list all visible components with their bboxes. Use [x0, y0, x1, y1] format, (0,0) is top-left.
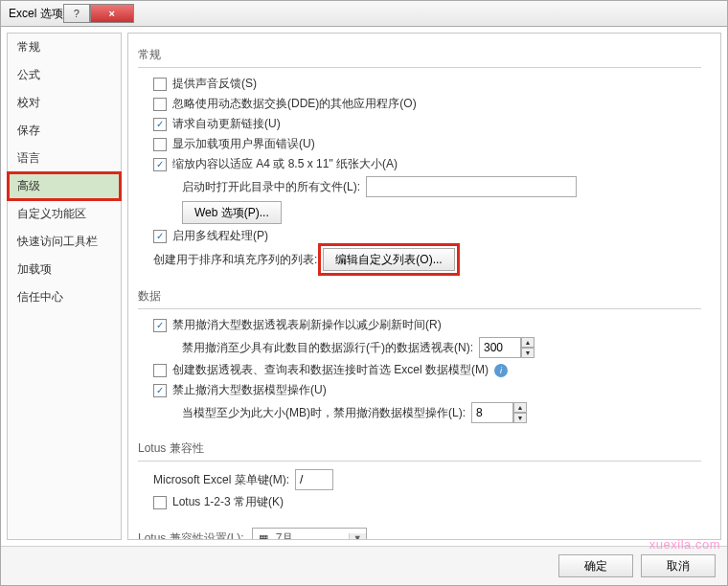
titlebar: Excel 选项 ? ×	[0, 0, 728, 27]
input-model-size[interactable]	[471, 402, 513, 423]
options-content: 常规 提供声音反馈(S) 忽略使用动态数据交换(DDE)的其他应用程序(O) 请…	[127, 33, 721, 540]
sidebar-item[interactable]: 校对	[8, 89, 121, 117]
label-auto-links: 请求自动更新链接(U)	[172, 116, 281, 132]
checkbox-multithread[interactable]	[153, 230, 167, 243]
label-custom-list: 创建用于排序和填充序列的列表:	[153, 252, 317, 268]
watermark: xuexila.com	[649, 537, 720, 552]
sidebar-item[interactable]: 快速访问工具栏	[8, 228, 121, 256]
web-options-button[interactable]: Web 选项(P)...	[182, 201, 282, 224]
info-icon[interactable]: i	[494, 364, 508, 377]
cancel-button[interactable]: 取消	[641, 554, 716, 577]
spinner-model-size[interactable]: ▲▼	[471, 402, 527, 423]
label-sound-feedback: 提供声音反馈(S)	[172, 76, 257, 92]
dropdown-lotus-sheet[interactable]: ▦ 7月 ▼	[252, 528, 367, 540]
checkbox-addin-errors[interactable]	[153, 138, 167, 151]
label-disable-undo-pivot: 禁用撤消大型数据透视表刷新操作以减少刷新时间(R)	[172, 317, 442, 333]
checkbox-scale-a4[interactable]	[153, 158, 167, 171]
checkbox-lotus-keys[interactable]	[153, 496, 167, 509]
input-menu-key[interactable]	[295, 469, 333, 490]
label-startup-path: 启动时打开此目录中的所有文件(L):	[182, 179, 360, 195]
label-menu-key: Microsoft Excel 菜单键(M):	[153, 472, 289, 488]
sidebar-item[interactable]: 自定义功能区	[8, 200, 121, 228]
sidebar-item[interactable]: 公式	[8, 61, 121, 89]
label-multithread: 启用多线程处理(P)	[172, 228, 268, 244]
sidebar-item[interactable]: 信任中心	[8, 283, 121, 311]
window-title: Excel 选项	[9, 6, 63, 22]
label-disable-undo-model: 禁止撤消大型数据模型操作(U)	[172, 382, 327, 398]
sidebar-item[interactable]: 语言	[8, 145, 121, 172]
spin-up-icon[interactable]: ▲	[513, 402, 527, 413]
label-ignore-dde: 忽略使用动态数据交换(DDE)的其他应用程序(O)	[172, 96, 417, 112]
category-sidebar: 常规公式校对保存语言高级自定义功能区快速访问工具栏加载项信任中心	[7, 33, 122, 540]
input-pivot-rows[interactable]	[479, 337, 521, 358]
label-model-size: 当模型至少为此大小(MB)时，禁用撤消数据模型操作(L):	[182, 405, 466, 421]
section-data: 数据	[138, 284, 701, 309]
checkbox-ignore-dde[interactable]	[153, 98, 167, 111]
checkbox-disable-undo-model[interactable]	[153, 384, 167, 397]
spin-down-icon[interactable]: ▼	[521, 348, 535, 358]
section-general: 常规	[138, 43, 701, 68]
label-addin-errors: 显示加载项用户界面错误(U)	[172, 136, 315, 152]
edit-custom-lists-button[interactable]: 编辑自定义列表(O)...	[323, 248, 454, 271]
label-lotus-keys: Lotus 1-2-3 常用键(K)	[172, 494, 284, 510]
checkbox-disable-undo-pivot[interactable]	[153, 319, 167, 332]
label-pivot-rows: 禁用撤消至少具有此数目的数据源行(千)的数据透视表(N):	[182, 340, 473, 356]
section-lotus-compat: Lotus 兼容性	[138, 437, 701, 462]
spinner-pivot-rows[interactable]: ▲▼	[479, 337, 535, 358]
checkbox-auto-links[interactable]	[153, 118, 167, 131]
label-scale-a4: 缩放内容以适应 A4 或 8.5 x 11" 纸张大小(A)	[172, 156, 398, 172]
help-button[interactable]: ?	[63, 4, 90, 23]
sidebar-item[interactable]: 常规	[8, 34, 121, 61]
dropdown-lotus-sheet-value: 7月	[270, 530, 349, 541]
sheet-icon: ▦	[253, 532, 270, 541]
sidebar-item[interactable]: 高级	[8, 172, 121, 200]
checkbox-prefer-datamodel[interactable]	[153, 364, 167, 377]
ok-button[interactable]: 确定	[558, 554, 633, 577]
close-button[interactable]: ×	[90, 4, 134, 23]
label-lotus-settings: Lotus 兼容性设置(L):	[138, 530, 244, 541]
spin-up-icon[interactable]: ▲	[521, 337, 535, 348]
dialog-footer: 确定 取消	[1, 546, 727, 585]
input-startup-path[interactable]	[366, 176, 577, 197]
chevron-down-icon: ▼	[349, 533, 366, 540]
section-lotus-settings: Lotus 兼容性设置(L): ▦ 7月 ▼	[138, 524, 701, 540]
sidebar-item[interactable]: 保存	[8, 117, 121, 145]
checkbox-sound-feedback[interactable]	[153, 78, 167, 91]
spin-down-icon[interactable]: ▼	[513, 413, 527, 423]
label-prefer-datamodel: 创建数据透视表、查询表和数据连接时首选 Excel 数据模型(M)	[172, 362, 489, 378]
sidebar-item[interactable]: 加载项	[8, 256, 121, 283]
